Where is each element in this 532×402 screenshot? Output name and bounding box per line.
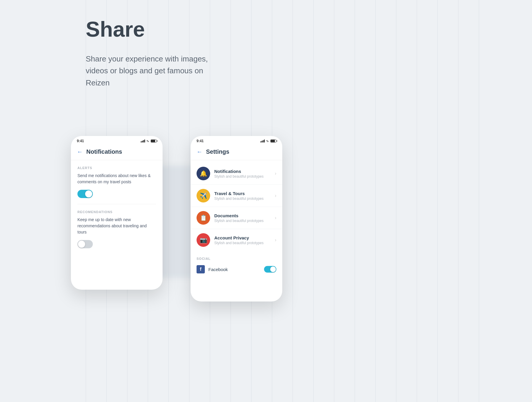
phone-header: ← Notifications	[71, 145, 163, 160]
status-bar-settings: 9:41 ∿	[191, 136, 282, 145]
page-subtitle: Share your experience with images, video…	[86, 53, 216, 89]
settings-header: ← Settings	[191, 145, 282, 160]
settings-back-button[interactable]: ←	[197, 148, 202, 155]
settings-item-travel[interactable]: ✈️ Travel & Tours Stylish and beautiful …	[191, 185, 282, 207]
alerts-section: ALERTS Send me notifications about new l…	[71, 160, 163, 204]
grid-line	[313, 0, 314, 402]
signal-icon	[141, 140, 145, 142]
settings-item-text: Documents Stylish and beautiful prototyp…	[214, 213, 275, 223]
grid-line	[396, 0, 396, 402]
battery-icon-settings	[270, 140, 276, 142]
grid-line	[417, 0, 417, 402]
settings-item-subtitle: Stylish and beautiful prototypes	[214, 241, 275, 245]
grid-line	[334, 0, 334, 402]
alerts-label: ALERTS	[77, 166, 156, 170]
settings-item-subtitle: Stylish and beautiful prototypes	[214, 174, 275, 179]
facebook-icon: f	[197, 265, 205, 273]
page-title: Share	[86, 18, 216, 41]
signal-icon-settings	[260, 140, 265, 142]
grid-line	[293, 0, 293, 402]
chevron-right-icon: ›	[275, 237, 276, 243]
social-section: SOCIAL f Facebook	[191, 253, 282, 276]
settings-item-notifications[interactable]: 🔔 Notifications Stylish and beautiful pr…	[191, 163, 282, 185]
alerts-toggle[interactable]	[77, 190, 93, 198]
facebook-label: Facebook	[208, 267, 261, 272]
battery-icon	[151, 140, 157, 142]
wifi-icon-settings: ∿	[266, 139, 269, 143]
notifications-icon: 🔔	[197, 167, 210, 180]
hero-text-block: Share Share your experience with images,…	[86, 18, 216, 89]
social-item-facebook[interactable]: f Facebook	[197, 263, 276, 275]
travel-icon: ✈️	[197, 189, 210, 202]
phone-notifications: 9:41 ∿ ← Notifications ALERTS S	[71, 136, 163, 290]
status-bar: 9:41 ∿	[71, 136, 163, 145]
back-button[interactable]: ←	[77, 148, 83, 155]
chevron-right-icon: ›	[275, 215, 276, 221]
toggle-knob	[78, 241, 85, 248]
settings-item-text: Account Privacy Stylish and beautiful pr…	[214, 235, 275, 245]
recommendations-toggle[interactable]	[77, 240, 93, 248]
toggle-knob	[85, 190, 92, 197]
documents-icon: 📋	[197, 211, 210, 225]
recommendations-section: RECOMENDATIONS Keep me up to date with n…	[71, 204, 163, 254]
settings-item-text: Travel & Tours Stylish and beautiful pro…	[214, 191, 275, 201]
toggle-knob	[270, 266, 276, 272]
recommendations-description: Keep me up to date with new recommendati…	[77, 217, 156, 235]
chevron-right-icon: ›	[275, 193, 276, 198]
social-label: SOCIAL	[197, 257, 276, 260]
settings-item-title: Documents	[214, 213, 275, 218]
settings-item-title: Notifications	[214, 169, 275, 174]
grid-line	[458, 0, 458, 402]
chevron-right-icon: ›	[275, 171, 276, 176]
settings-item-subtitle: Stylish and beautiful prototypes	[214, 197, 275, 201]
settings-item-subtitle: Stylish and beautiful prototypes	[214, 219, 275, 223]
grid-line	[479, 0, 479, 402]
phone-settings: 9:41 ∿ ← Settings	[191, 136, 282, 302]
alerts-description: Send me notifications about new likes & …	[77, 173, 156, 185]
settings-item-title: Account Privacy	[214, 235, 275, 240]
alerts-toggle-container	[77, 190, 156, 198]
screen-title: Notifications	[86, 148, 122, 155]
status-icons-settings: ∿	[260, 139, 276, 143]
settings-screen-title: Settings	[206, 148, 229, 155]
page-wrapper: Share Share your experience with images,…	[0, 0, 532, 402]
grid-line	[355, 0, 355, 402]
status-time: 9:41	[77, 139, 84, 143]
grid-line	[437, 0, 438, 402]
facebook-toggle[interactable]	[264, 266, 276, 273]
status-time-settings: 9:41	[197, 139, 204, 143]
wifi-icon: ∿	[146, 139, 149, 143]
privacy-icon: 📷	[197, 233, 210, 247]
settings-item-documents[interactable]: 📋 Documents Stylish and beautiful protot…	[191, 207, 282, 229]
settings-item-privacy[interactable]: 📷 Account Privacy Stylish and beautiful …	[191, 229, 282, 251]
settings-list: 🔔 Notifications Stylish and beautiful pr…	[191, 160, 282, 253]
settings-item-text: Notifications Stylish and beautiful prot…	[214, 169, 275, 179]
grid-line	[375, 0, 376, 402]
settings-item-title: Travel & Tours	[214, 191, 275, 196]
recommendations-toggle-container	[77, 240, 156, 248]
recommendations-label: RECOMENDATIONS	[77, 210, 156, 214]
status-icons: ∿	[141, 139, 157, 143]
